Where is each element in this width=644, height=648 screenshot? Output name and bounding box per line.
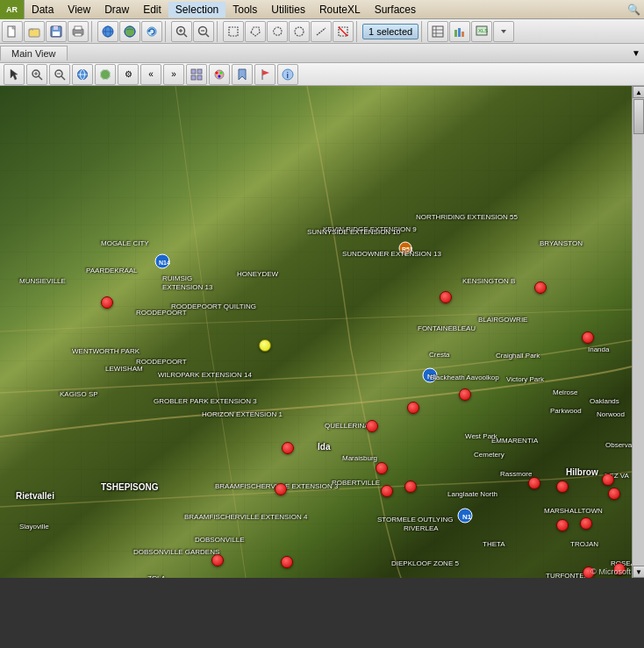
zoom-in-button[interactable] (171, 21, 192, 42)
select-lasso-button[interactable] (267, 21, 288, 42)
scroll-up-button[interactable]: ▲ (633, 86, 644, 98)
bookmark-tool[interactable] (232, 64, 253, 85)
clear-selection-button[interactable] (333, 21, 354, 42)
map-marker-m12[interactable] (282, 442, 294, 454)
globe-full-tool[interactable] (72, 64, 93, 85)
svg-rect-7 (75, 26, 82, 30)
map-marker-m4[interactable] (534, 281, 547, 294)
view-bar: Main View ▼ (0, 44, 644, 63)
scroll-down-button[interactable]: ▼ (633, 566, 644, 578)
flag-tool[interactable] (254, 64, 275, 85)
zoom-out-button[interactable] (193, 21, 214, 42)
menu-bar: AR Data View Draw Edit Selection Tools U… (0, 0, 644, 19)
app-icon: AR (0, 0, 25, 19)
svg-rect-4 (53, 32, 60, 36)
pointer-tool[interactable] (4, 64, 25, 85)
print-button[interactable] (68, 21, 89, 42)
menu-data[interactable]: Data (25, 2, 61, 18)
map-marker-m10[interactable] (381, 485, 393, 497)
map-marker-m15[interactable] (281, 556, 293, 568)
select-circle-button[interactable] (289, 21, 310, 42)
select-poly-button[interactable] (245, 21, 266, 42)
map-marker-m7[interactable] (407, 402, 419, 414)
map-marker-m8[interactable] (366, 420, 378, 432)
svg-rect-53 (197, 69, 202, 74)
globe-partial-tool[interactable] (95, 64, 116, 85)
svg-text:i: i (287, 71, 290, 80)
svg-line-41 (39, 76, 42, 80)
svg-line-45 (61, 76, 65, 80)
map-marker-m6[interactable] (459, 388, 471, 401)
select-line-button[interactable] (311, 21, 332, 42)
paint-tool[interactable] (209, 64, 230, 85)
menu-edit[interactable]: Edit (136, 2, 168, 18)
map-marker-m1[interactable] (101, 296, 113, 309)
menu-view[interactable]: View (61, 2, 97, 18)
gear-tool[interactable]: ⚙ (118, 64, 139, 85)
map-container[interactable]: N1 N1 N14 R51 PAARDEKRAALMOGALE CITYROOD… (0, 86, 644, 578)
view-dropdown-arrow[interactable]: ▼ (628, 46, 644, 60)
separator3 (217, 21, 220, 42)
menu-selection[interactable]: Selection (168, 2, 225, 18)
svg-point-25 (295, 27, 304, 36)
globe-button2[interactable] (119, 21, 140, 42)
svg-rect-55 (197, 75, 202, 80)
svg-rect-33 (454, 30, 457, 37)
svg-rect-35 (462, 32, 464, 37)
dropdown-button[interactable] (493, 21, 514, 42)
info-tool[interactable]: i (277, 64, 298, 85)
separator5 (421, 21, 425, 42)
svg-text:XLS: XLS (478, 28, 488, 33)
map-marker-m20[interactable] (556, 519, 569, 531)
svg-marker-38 (501, 30, 506, 33)
svg-point-58 (220, 71, 223, 74)
map-marker-m5[interactable] (582, 331, 594, 344)
map-marker-m18[interactable] (528, 477, 540, 489)
pan-right-tool[interactable]: » (163, 64, 184, 85)
zoom-out-tool[interactable] (49, 64, 70, 85)
stats-button[interactable] (449, 21, 470, 42)
refresh-button[interactable] (141, 21, 162, 42)
svg-marker-24 (251, 27, 260, 36)
menu-routexl[interactable]: RouteXL (312, 2, 368, 18)
map-marker-m2[interactable] (259, 339, 271, 352)
map-marker-m22[interactable] (602, 474, 614, 486)
svg-line-28 (339, 27, 347, 36)
selected-count: 1 selected (362, 24, 419, 39)
zoom-in-tool[interactable] (26, 64, 47, 85)
grid-tool[interactable] (186, 64, 207, 85)
tools-bar: ⚙ « » i (0, 63, 644, 86)
vertical-scrollbar[interactable]: ▲ ▼ (632, 86, 644, 578)
map-marker-m9[interactable] (376, 462, 388, 474)
separator2 (165, 21, 168, 42)
scroll-thumb[interactable] (633, 99, 644, 134)
map-marker-m14[interactable] (211, 554, 224, 566)
map-marker-m11[interactable] (404, 481, 417, 493)
menu-tools[interactable]: Tools (225, 2, 264, 18)
search-icon[interactable] (627, 4, 640, 16)
svg-line-26 (317, 28, 326, 35)
copyright-label: © Microsoft (590, 567, 631, 576)
table-button[interactable] (427, 21, 448, 42)
map-marker-m23[interactable] (608, 488, 620, 500)
menu-surfaces[interactable]: Surfaces (368, 2, 423, 18)
map-overlay (0, 86, 644, 578)
select-rect-button[interactable] (223, 21, 244, 42)
main-view-tab[interactable]: Main View (0, 46, 68, 61)
map-marker-m21[interactable] (580, 517, 592, 530)
menu-draw[interactable]: Draw (97, 2, 136, 18)
svg-rect-8 (75, 33, 82, 36)
svg-rect-5 (54, 26, 58, 30)
save-button[interactable] (46, 21, 67, 42)
menu-utilities[interactable]: Utilities (264, 2, 312, 18)
pan-left-tool[interactable]: « (140, 64, 161, 85)
new-button[interactable] (2, 21, 23, 42)
map-marker-m19[interactable] (556, 481, 569, 493)
map-marker-m13[interactable] (275, 483, 287, 495)
export-button[interactable]: XLS (471, 21, 492, 42)
open-button[interactable] (24, 21, 45, 42)
map-marker-m3[interactable] (440, 291, 452, 303)
globe-button1[interactable] (97, 21, 118, 42)
toolbar1: 1 selected XLS (0, 19, 644, 44)
svg-rect-29 (433, 26, 443, 37)
